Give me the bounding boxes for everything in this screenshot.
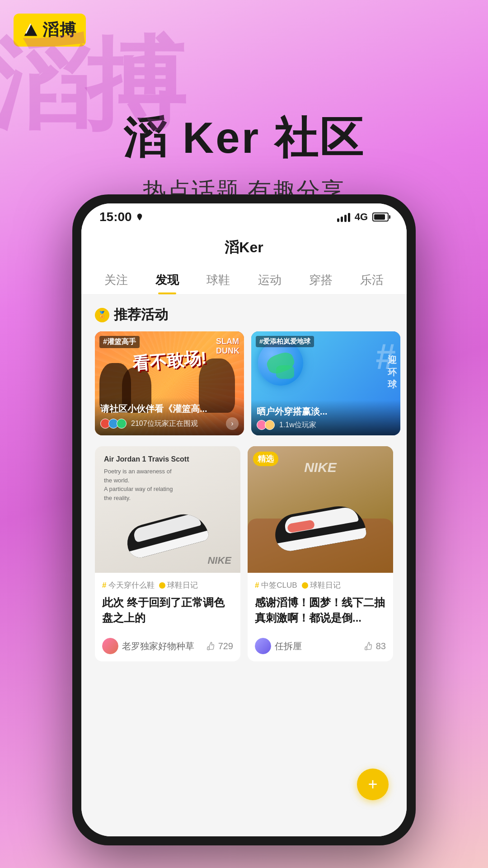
post-image-1: Air Jordan 1 Travis Scott Poetry is an a… [95,446,240,573]
tab-sneakers[interactable]: 球鞋 [203,265,234,294]
post-tags-1: # 今天穿什么鞋 球鞋日记 [102,580,233,590]
card-watchers-1: 2107位玩家正在围观 [131,419,198,429]
status-right: 4G [337,211,389,223]
post-content-1: # 今天穿什么鞋 球鞋日记 此次 终于回到了正常调色盘之上的 [95,573,240,638]
card-watchers-2: 1.1w位玩家 [279,420,316,430]
signal-icon [337,212,350,222]
post-tags-2: # 中签CLUB 球鞋日记 [255,580,386,590]
post-grid: Air Jordan 1 Travis Scott Poetry is an a… [81,446,407,669]
tab-lifestyle[interactable]: 乐活 [357,265,387,294]
location-icon [136,213,144,221]
post-content-2: # 中签CLUB 球鞋日记 感谢滔博！圆梦！线下二抽真刺激啊！都说是倒... [248,573,393,638]
card-overlay-1: 请社区小伙伴看《灌篮高... 2107位玩家正在围观 [95,397,244,435]
phone-mockup: 15:00 4G [72,194,416,845]
post-badge-2: 精选 [253,452,278,466]
hero-title: 滔 Ker 社区 [123,109,364,168]
medal-icon: 🏅 [95,308,109,322]
post-footer-2: 任拆厘 83 [248,638,393,661]
activity-card-2[interactable]: # 迎环球 #爱添柏岚爱地球 晒户外穿搭赢淡... [251,331,400,435]
time-display: 15:00 [99,210,132,224]
section-title: 推荐活动 [114,306,168,324]
card-title-2: 晒户外穿搭赢淡... [257,406,395,417]
post-card-1[interactable]: Air Jordan 1 Travis Scott Poetry is an a… [95,446,240,661]
logo-icon [23,22,39,38]
card-meta-2: 1.1w位玩家 [257,420,395,430]
post-card-2[interactable]: 精选 NIKE [248,446,393,661]
status-bar: 15:00 4G [81,203,407,231]
tab-bar: 关注 发现 球鞋 运动 穿搭 乐活 [81,265,407,295]
tab-fashion[interactable]: 穿搭 [305,265,336,294]
author-avatar-2 [255,638,271,654]
likes-count-2: 83 [376,641,386,651]
phone-outer: 15:00 4G [72,194,416,845]
app-header: 滔Ker 关注 发现 球鞋 运动 穿搭 乐活 [81,231,407,295]
post-title-2: 感谢滔博！圆梦！线下二抽真刺激啊！都说是倒... [255,595,386,625]
battery-icon [372,212,389,222]
card-title-1: 请社区小伙伴看《灌篮高... [100,403,239,415]
card-overlay-2: 晒户外穿搭赢淡... 1.1w位玩家 [251,400,400,435]
likes-count-1: 729 [218,641,233,651]
card-meta-1: 2107位玩家正在围观 › [100,417,239,430]
post-author-1: 老罗独家好物种草 [102,638,194,654]
tab-sports[interactable]: 运动 [254,265,285,294]
post-title-1: 此次 终于回到了正常调色盘之上的 [102,595,233,625]
tab-discover[interactable]: 发现 [152,265,183,294]
author-name-1: 老罗独家好物种草 [122,640,194,652]
tab-follow[interactable]: 关注 [101,265,131,294]
network-label: 4G [355,211,368,223]
post-footer-1: 老罗独家好物种草 729 [95,638,240,661]
post-likes-1[interactable]: 729 [206,641,233,651]
activity-card-1[interactable]: #灌篮高手 SLAMDUNK 看不敢场! 请社区小伙伴看《灌篮高... [95,331,244,435]
author-name-2: 任拆厘 [275,640,302,652]
content-area: 🏅 推荐活动 [81,295,407,836]
logo-text: 滔搏 [42,19,77,41]
fab-button[interactable]: + [357,769,389,800]
post-author-2: 任拆厘 [255,638,302,654]
logo-badge: 滔搏 [14,14,86,47]
status-time: 15:00 [99,210,144,224]
post-likes-2[interactable]: 83 [364,641,386,651]
phone-inner: 15:00 4G [81,203,407,836]
activity-cards-row: #灌篮高手 SLAMDUNK 看不敢场! 请社区小伙伴看《灌篮高... [81,331,407,446]
recommended-section-header: 🏅 推荐活动 [81,295,407,331]
app-title: 滔Ker [81,238,407,265]
like-icon-2 [364,642,373,651]
author-avatar-1 [102,638,118,654]
card-arrow-1[interactable]: › [226,417,239,430]
like-icon-1 [206,642,216,651]
post-image-2: 精选 NIKE [248,446,393,573]
